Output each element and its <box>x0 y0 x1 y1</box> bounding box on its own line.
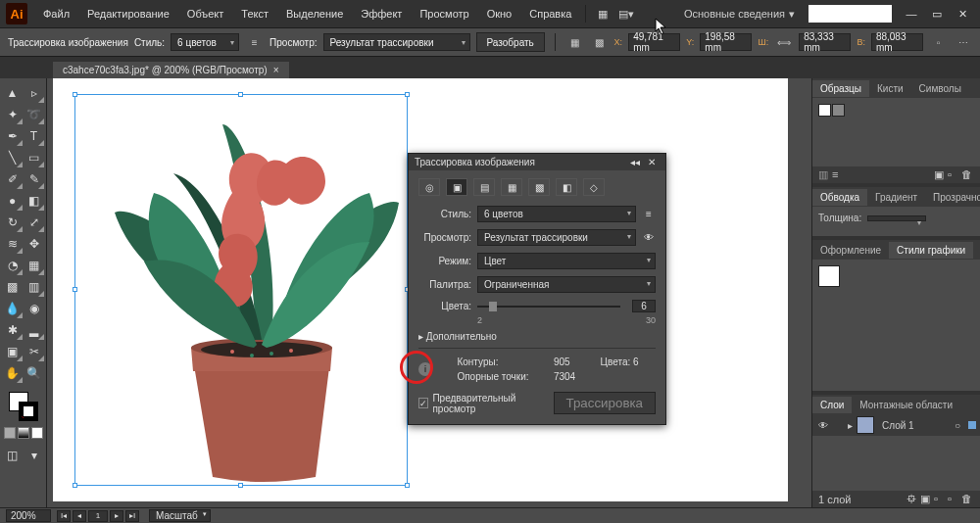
swatch-lib-icon[interactable]: ▥ <box>818 168 831 181</box>
gradient-mode-icon[interactable] <box>18 427 29 439</box>
make-clip-icon[interactable]: ▣ <box>920 493 933 505</box>
mode-combo[interactable]: Цвет <box>477 253 656 269</box>
preset-outline-icon[interactable]: ◇ <box>583 178 605 196</box>
screen-mode-icon[interactable]: ◫ <box>2 445 24 466</box>
swatch-new-icon[interactable]: ▫ <box>948 168 960 181</box>
free-transform-icon[interactable]: ✥ <box>24 233 45 255</box>
slice-tool-icon[interactable]: ✂ <box>24 341 45 362</box>
preview-checkbox[interactable]: ✓Предварительный просмотр <box>418 393 554 414</box>
menu-text[interactable]: Текст <box>233 4 276 24</box>
first-artboard-icon[interactable]: I◂ <box>57 510 71 522</box>
prev-artboard-icon[interactable]: ◂ <box>73 510 86 522</box>
brush-tool-icon[interactable]: ✐ <box>2 168 24 190</box>
colors-slider[interactable] <box>477 306 620 308</box>
rect-tool-icon[interactable]: ▭ <box>24 147 45 168</box>
blend-tool-icon[interactable]: ◉ <box>24 298 45 319</box>
mesh-tool-icon[interactable]: ▩ <box>2 276 24 298</box>
zoom-field[interactable]: 200% <box>6 509 51 522</box>
tab-graphic-styles[interactable]: Стили графики <box>889 242 973 259</box>
hand-tool-icon[interactable]: ✋ <box>2 362 24 384</box>
y-field[interactable]: 198,58 mm <box>700 33 752 51</box>
layout-icon[interactable]: ▦ <box>592 4 613 24</box>
image-trace-titlebar[interactable]: Трассировка изображения ◂◂ ✕ <box>409 154 665 170</box>
next-artboard-icon[interactable]: ▸ <box>110 510 123 522</box>
window-minimize-icon[interactable]: — <box>902 6 921 22</box>
tab-swatches[interactable]: Образцы <box>812 80 869 97</box>
locate-icon[interactable]: ⯐ <box>906 493 919 505</box>
eraser-tool-icon[interactable]: ◧ <box>24 190 45 212</box>
fill-stroke-swatch[interactable] <box>9 392 38 421</box>
swatch-new-group-icon[interactable]: ▣ <box>934 168 947 181</box>
expand-icon[interactable]: ▸ <box>848 420 853 431</box>
preset-save-icon[interactable]: ≡ <box>642 209 656 219</box>
tab-symbols[interactable]: Символы <box>911 80 969 97</box>
menu-window[interactable]: Окно <box>479 4 520 24</box>
lasso-tool-icon[interactable]: ➰ <box>24 104 45 125</box>
swatch-none[interactable] <box>818 104 831 117</box>
eye-icon[interactable]: 👁 <box>642 232 656 243</box>
window-close-icon[interactable]: ✕ <box>953 6 972 22</box>
pencil-tool-icon[interactable]: ✎ <box>24 168 45 190</box>
shape-builder-icon[interactable]: ◔ <box>2 255 24 276</box>
style-combo[interactable]: 6 цветов <box>171 33 239 51</box>
blob-tool-icon[interactable]: ● <box>2 190 24 212</box>
artboard-number[interactable]: 1 <box>88 510 108 522</box>
tab-transparency[interactable]: Прозрачность <box>925 189 980 206</box>
close-icon[interactable]: ✕ <box>644 157 660 167</box>
none-mode-icon[interactable] <box>31 427 43 439</box>
artboard-tool-icon[interactable]: ▣ <box>2 341 24 362</box>
tab-appearance[interactable]: Оформление <box>812 242 889 259</box>
tab-artboards[interactable]: Монтажные области <box>852 397 960 413</box>
symbol-spray-icon[interactable]: ✱ <box>2 319 24 341</box>
window-maximize-icon[interactable]: ▭ <box>927 6 947 22</box>
gradient-tool-icon[interactable]: ▥ <box>24 276 45 298</box>
status-select[interactable]: Масштаб <box>149 509 211 522</box>
tab-brushes[interactable]: Кисти <box>869 80 911 97</box>
swatch-delete-icon[interactable]: 🗑 <box>961 168 974 181</box>
preset-photo-lo-icon[interactable]: ▤ <box>473 178 495 196</box>
palette-combo[interactable]: Ограниченная <box>477 276 656 293</box>
workspace-switcher[interactable]: Основные сведения▾ <box>678 6 801 23</box>
doc-close-icon[interactable]: × <box>273 65 279 75</box>
menu-view[interactable]: Просмотр <box>412 4 476 24</box>
layer-name[interactable]: Слой 1 <box>878 420 951 431</box>
more-icon[interactable]: ⋯ <box>954 32 972 52</box>
mask-icon[interactable]: ▦ <box>565 32 584 52</box>
crop-icon[interactable]: ▩ <box>590 32 609 52</box>
line-tool-icon[interactable]: ╲ <box>2 147 24 168</box>
preset-6color-icon[interactable]: ▩ <box>528 178 550 196</box>
menu-object[interactable]: Объект <box>179 4 231 24</box>
preset-auto-icon[interactable]: ◎ <box>418 178 440 196</box>
swatch-menu-icon[interactable]: ≡ <box>832 168 845 181</box>
new-layer-icon[interactable]: ▫ <box>948 493 960 505</box>
target-icon[interactable]: ○ <box>955 420 960 431</box>
selection-tool-icon[interactable]: ▲ <box>2 82 24 104</box>
visibility-icon[interactable]: 👁 <box>816 420 830 431</box>
preset-bw-icon[interactable]: ◧ <box>556 178 577 196</box>
w-field[interactable]: 83,333 mm <box>799 33 851 51</box>
color-mode-icon[interactable] <box>4 427 16 439</box>
transform-icon[interactable]: ▫ <box>929 32 948 52</box>
last-artboard-icon[interactable]: ▸I <box>125 510 139 522</box>
menu-effect[interactable]: Эффект <box>353 4 410 24</box>
swatch-registration[interactable] <box>832 104 845 117</box>
change-screen-icon[interactable]: ▾ <box>24 445 45 466</box>
style-combo[interactable]: 6 цветов <box>477 206 636 222</box>
type-tool-icon[interactable]: T <box>24 125 45 147</box>
preset-photo-hi-icon[interactable]: ▣ <box>446 178 467 196</box>
eyedropper-icon[interactable]: 💧 <box>2 298 24 319</box>
tab-layers[interactable]: Слои <box>812 397 852 413</box>
document-tab[interactable]: c3ahce70c3fa3.jpg* @ 200% (RGB/Просмотр)… <box>53 62 289 78</box>
layer-row[interactable]: 👁 ▸ Слой 1 ○ <box>812 414 980 436</box>
new-sublayer-icon[interactable]: ▫ <box>934 493 947 505</box>
delete-layer-icon[interactable]: 🗑 <box>961 493 974 505</box>
advanced-toggle[interactable]: ▸ Дополнительно <box>418 331 656 342</box>
gfx-style-default[interactable] <box>818 265 840 287</box>
arrange-icon[interactable]: ▤▾ <box>615 4 637 24</box>
width-tool-icon[interactable]: ≋ <box>2 233 24 255</box>
tab-gradient[interactable]: Градиент <box>867 189 925 206</box>
menu-file[interactable]: Файл <box>35 4 77 24</box>
pen-tool-icon[interactable]: ✒ <box>2 125 24 147</box>
x-field[interactable]: 49,781 mm <box>628 33 680 51</box>
preview-combo[interactable]: Результат трассировки <box>477 229 636 246</box>
